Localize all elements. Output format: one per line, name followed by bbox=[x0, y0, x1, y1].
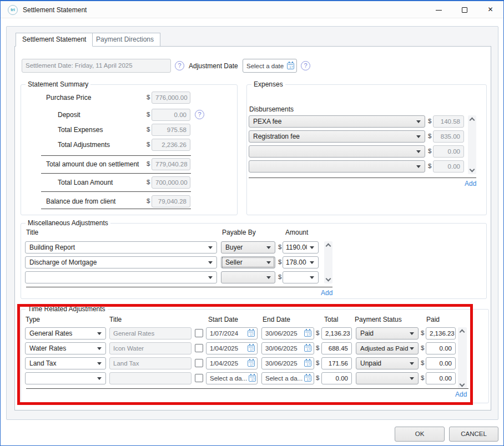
misc-amount-combo[interactable]: 178.00 bbox=[283, 256, 319, 268]
calendar-icon[interactable] bbox=[304, 360, 311, 367]
maximize-button[interactable] bbox=[451, 1, 477, 18]
tab-payment-directions[interactable]: Payment Directions bbox=[89, 33, 160, 47]
misc-add-link[interactable]: Add bbox=[321, 289, 332, 297]
payable-by-select[interactable]: Buyer bbox=[221, 241, 275, 254]
ok-button[interactable]: OK bbox=[395, 427, 445, 442]
time-row-checkbox[interactable] bbox=[195, 329, 203, 337]
start-date-picker[interactable]: 1/07/2024 bbox=[206, 327, 258, 339]
scroll-down-icon[interactable] bbox=[460, 382, 465, 387]
expenses-scrollbar[interactable] bbox=[468, 115, 476, 174]
start-date-picker[interactable]: 1/04/2025 bbox=[206, 357, 258, 369]
calendar-icon[interactable] bbox=[248, 360, 255, 367]
disbursement-row: PEXA fee $ 140.58 bbox=[1, 115, 504, 128]
end-date-value: 30/06/2025 bbox=[265, 330, 298, 337]
close-button[interactable]: ✕ bbox=[477, 1, 503, 18]
disbursement-select[interactable] bbox=[249, 160, 425, 173]
payment-status-select[interactable] bbox=[356, 372, 419, 384]
tab-settlement-statement[interactable]: Settlement Statement bbox=[16, 33, 93, 47]
misc-adjustments-legend: Miscellaneous Adjustments bbox=[26, 219, 110, 227]
dropdown-arrow-icon bbox=[310, 276, 314, 279]
time-type-select[interactable] bbox=[25, 372, 106, 384]
end-date-picker[interactable]: 30/06/2025 bbox=[261, 327, 314, 339]
minimize-button[interactable] bbox=[425, 1, 451, 18]
time-row-checkbox[interactable] bbox=[195, 359, 203, 367]
time-paid-field[interactable]: 2,136.23 bbox=[426, 327, 456, 339]
time-row-checkbox[interactable] bbox=[195, 374, 203, 382]
payment-status-value: Adjusted as Paid bbox=[360, 345, 408, 352]
misc-adjustment-row: Building Report Buyer $ 1190.00 bbox=[1, 241, 504, 254]
disbursement-amount-field: 0.00 bbox=[433, 160, 464, 173]
disbursement-select[interactable]: Registration fee bbox=[249, 130, 425, 143]
end-date-picker[interactable]: Select a da... bbox=[261, 372, 314, 384]
time-total-field[interactable]: 688.45 bbox=[321, 342, 352, 354]
help-icon[interactable]: ? bbox=[175, 61, 184, 70]
cancel-button[interactable]: CANCEL bbox=[449, 427, 498, 442]
disbursement-row: $ 0.00 bbox=[1, 160, 504, 173]
start-date-picker[interactable]: 1/04/2025 bbox=[206, 342, 258, 354]
help-icon[interactable]: ? bbox=[301, 61, 310, 70]
app-logo-icon: tri bbox=[8, 5, 18, 15]
time-paid-field[interactable]: 0.00 bbox=[426, 372, 456, 384]
disbursement-select[interactable] bbox=[249, 145, 425, 158]
calendar-icon[interactable] bbox=[287, 63, 294, 69]
adjustment-date-picker[interactable]: Select a date bbox=[243, 59, 297, 73]
calendar-icon[interactable] bbox=[248, 330, 255, 337]
disbursement-row: Registration fee $ 835.00 bbox=[1, 130, 504, 143]
payment-status-select[interactable]: Paid bbox=[356, 327, 419, 339]
time-row-checkbox[interactable] bbox=[195, 344, 203, 352]
summary-label: Purchase Price bbox=[46, 94, 91, 102]
misc-scrollbar[interactable] bbox=[324, 241, 332, 283]
calendar-icon[interactable] bbox=[304, 375, 311, 382]
time-total-field[interactable]: 2,136.23 bbox=[321, 327, 352, 339]
scroll-up-icon[interactable] bbox=[325, 244, 331, 249]
dropdown-arrow-icon bbox=[208, 276, 213, 279]
scroll-up-icon[interactable] bbox=[460, 330, 465, 335]
calendar-icon[interactable] bbox=[249, 375, 256, 382]
time-start-date-header: Start Date bbox=[208, 316, 238, 323]
calendar-icon[interactable] bbox=[304, 345, 311, 352]
start-date-picker[interactable]: Select a da... bbox=[206, 372, 258, 384]
dropdown-arrow-icon bbox=[416, 150, 421, 153]
disbursement-amount-field: 0.00 bbox=[433, 145, 464, 158]
disbursement-select[interactable]: PEXA fee bbox=[249, 115, 425, 128]
expenses-add-link[interactable]: Add bbox=[465, 180, 476, 187]
end-date-picker[interactable]: 30/06/2025 bbox=[261, 357, 314, 369]
payable-by-select[interactable] bbox=[221, 271, 275, 283]
payable-by-select[interactable]: Seller bbox=[221, 256, 275, 268]
dropdown-arrow-icon bbox=[97, 362, 102, 365]
start-date-value: 1/04/2025 bbox=[210, 345, 238, 352]
payment-status-select[interactable]: Adjusted as Paid bbox=[356, 342, 419, 354]
time-total-header: Total bbox=[324, 316, 338, 323]
time-paid-field[interactable]: 0.00 bbox=[426, 357, 456, 369]
time-paid-field[interactable]: 0.00 bbox=[426, 342, 456, 354]
time-adjustment-row: Select a da... Select a da... $ 0.00 $ 0… bbox=[1, 372, 504, 384]
time-total-field[interactable]: 171.56 bbox=[321, 357, 352, 369]
time-total-field[interactable]: 0.00 bbox=[321, 372, 352, 384]
scroll-down-icon[interactable] bbox=[325, 276, 331, 282]
misc-title-value: Building Report bbox=[29, 244, 75, 251]
misc-title-select[interactable] bbox=[25, 271, 217, 283]
scroll-down-icon[interactable] bbox=[469, 167, 475, 173]
payment-status-select[interactable]: Unpaid bbox=[356, 357, 419, 369]
scroll-up-icon[interactable] bbox=[469, 118, 475, 123]
settlement-date-field: Settlement Date: Friday, 11 April 2025 bbox=[22, 59, 171, 73]
time-add-link[interactable]: Add bbox=[455, 391, 467, 398]
misc-amount-combo[interactable]: 1190.00 bbox=[283, 241, 319, 254]
time-type-select[interactable]: General Rates bbox=[25, 327, 106, 339]
calendar-icon[interactable] bbox=[304, 330, 311, 337]
currency-symbol: $ bbox=[278, 273, 281, 280]
end-date-picker[interactable]: 30/06/2025 bbox=[261, 342, 314, 354]
currency-symbol: $ bbox=[421, 359, 424, 366]
time-type-select[interactable]: Water Rates bbox=[25, 342, 106, 354]
misc-title-select[interactable]: Building Report bbox=[25, 241, 217, 254]
currency-symbol: $ bbox=[428, 118, 431, 124]
misc-title-select[interactable]: Discharge of Mortgage bbox=[25, 256, 217, 268]
time-type-select[interactable]: Land Tax bbox=[25, 357, 106, 369]
time-scrollbar[interactable] bbox=[458, 327, 467, 389]
calendar-icon[interactable] bbox=[248, 345, 255, 352]
dropdown-arrow-icon bbox=[416, 120, 421, 123]
dropdown-arrow-icon bbox=[410, 347, 414, 350]
payable-by-value: Seller bbox=[225, 259, 243, 266]
misc-amount-combo[interactable] bbox=[283, 271, 319, 283]
time-title-field bbox=[109, 372, 191, 384]
